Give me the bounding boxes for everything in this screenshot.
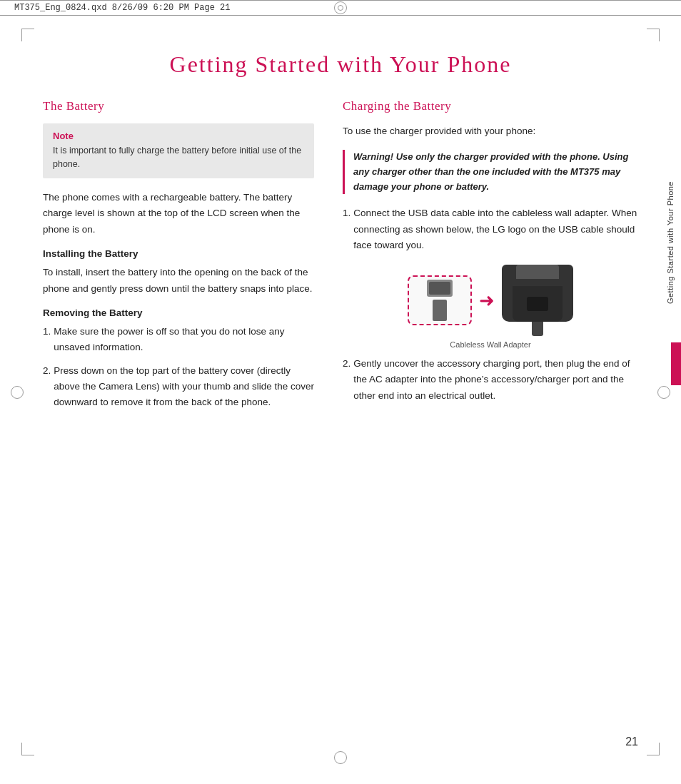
note-label: Note	[53, 131, 304, 141]
charging-intro: To use the charger provided with your ph…	[343, 123, 638, 140]
side-circle-left	[11, 386, 24, 399]
header-strip: MT375_Eng_0824.qxd 8/26/09 6:20 PM Page …	[0, 0, 681, 16]
note-text: It is important to fully charge the batt…	[53, 144, 304, 171]
list-num-2: 2.	[43, 363, 51, 411]
remove-step-2: Press down on the top part of the batter…	[54, 363, 314, 411]
bottom-center-circle	[334, 751, 347, 764]
installing-text: To install, insert the battery into the …	[43, 265, 314, 297]
warning-block: Warning! Use only the charger provided w…	[343, 150, 638, 194]
removing-heading: Removing the Battery	[43, 307, 314, 318]
page-title: Getting Started with Your Phone	[43, 51, 638, 78]
arrow-icon: ➜	[479, 290, 495, 312]
right-column: Charging the Battery To use the charger …	[343, 99, 638, 418]
charge-step-2: Gently uncover the accessory charging po…	[353, 356, 638, 404]
side-circle-right	[657, 386, 670, 399]
battery-section-title: The Battery	[43, 99, 314, 113]
charge-num-2: 2.	[343, 356, 350, 404]
header-text: MT375_Eng_0824.qxd 8/26/09 6:20 PM Page …	[14, 3, 230, 13]
battery-intro-text: The phone comes with a rechargeable batt…	[43, 190, 314, 239]
remove-list-item-2: 2. Press down on the top part of the bat…	[43, 363, 314, 411]
charge-num-1: 1.	[343, 205, 350, 253]
two-column-layout: The Battery Note It is important to full…	[43, 99, 638, 418]
charge-step-1: Connect the USB data cable into the cabl…	[353, 205, 638, 253]
header-center-circle	[334, 1, 347, 14]
page-number: 21	[625, 735, 638, 748]
list-num-1: 1.	[43, 324, 51, 356]
left-column: The Battery Note It is important to full…	[43, 99, 314, 418]
warning-text: Warning! Use only the charger provided w…	[353, 150, 638, 194]
charge-list-item-1: 1. Connect the USB data cable into the c…	[343, 205, 638, 253]
corner-mark-tl	[21, 29, 34, 41]
wall-adapter-image	[502, 265, 573, 322]
corner-mark-tr	[647, 29, 660, 41]
charging-section-title: Charging the Battery	[343, 99, 638, 113]
charge-list-item-2: 2. Gently uncover the accessory charging…	[343, 356, 638, 404]
side-tab-text: Getting Started with Your Phone	[666, 181, 675, 304]
usb-connector-image	[408, 275, 472, 325]
remove-step-1: Make sure the power is off so that you d…	[54, 324, 314, 356]
main-content: Getting Started with Your Phone The Batt…	[0, 16, 681, 461]
side-tab: Getting Started with Your Phone	[660, 143, 681, 342]
installing-heading: Installing the Battery	[43, 248, 314, 259]
cable-label: Cableless Wall Adapter	[343, 340, 638, 349]
cable-image-area: ➜	[343, 265, 638, 336]
remove-list-item-1: 1. Make sure the power is off so that yo…	[43, 324, 314, 356]
corner-mark-br	[647, 743, 660, 755]
corner-mark-bl	[21, 743, 34, 755]
adapter-top	[516, 265, 559, 279]
note-box: Note It is important to fully charge the…	[43, 123, 314, 178]
wall-adapter-container	[502, 265, 573, 336]
side-tab-bar	[671, 342, 681, 385]
